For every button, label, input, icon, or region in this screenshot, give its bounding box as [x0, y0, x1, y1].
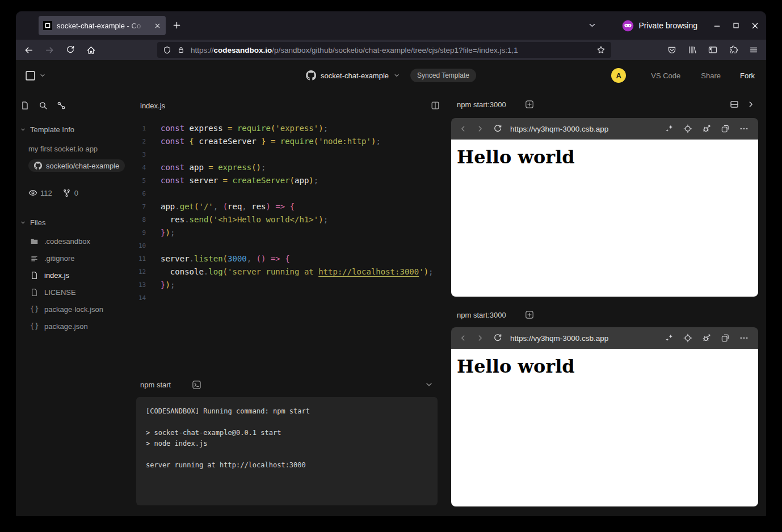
- back-button[interactable]: [24, 45, 33, 55]
- split-editor-icon[interactable]: [431, 101, 440, 110]
- line-number: 7: [138, 200, 146, 213]
- preview-forward-icon[interactable]: [476, 125, 484, 133]
- add-preview-icon[interactable]: [525, 310, 534, 319]
- code-lines: const express = require('express');const…: [161, 122, 434, 305]
- code-line: res.send('<h1>Hello world</h1>');: [161, 213, 434, 226]
- editor-file-tab[interactable]: index.js: [140, 102, 165, 110]
- terminal-line: [CODESANDBOX] Running command: npm start: [146, 406, 432, 417]
- library-icon[interactable]: [688, 45, 697, 54]
- file-icon: [30, 288, 39, 297]
- line-number: 14: [138, 292, 146, 305]
- preview-page[interactable]: Hello world: [451, 140, 758, 297]
- open-in-new-window-icon[interactable]: [721, 124, 730, 133]
- navigation-toolbar: https://codesandbox.io/p/sandbox/github/…: [16, 40, 766, 60]
- share-button[interactable]: Share: [701, 71, 721, 80]
- file-list: .codesandbox.gitignoreindex.jsLICENSE{}p…: [16, 233, 136, 335]
- new-tab-button[interactable]: [173, 21, 181, 29]
- inspect-target-icon[interactable]: [683, 333, 692, 343]
- file-row[interactable]: index.js: [16, 267, 136, 284]
- search-icon[interactable]: [39, 101, 48, 110]
- url-text: https://codesandbox.io/p/sandbox/github/…: [191, 46, 591, 54]
- file-row[interactable]: LICENSE: [16, 284, 136, 301]
- debug-bug-icon[interactable]: [702, 333, 711, 343]
- preview-url[interactable]: https://vy3hqm-3000.csb.app: [510, 334, 608, 343]
- preview-back-icon[interactable]: [459, 125, 467, 133]
- sparkles-icon[interactable]: [665, 333, 674, 343]
- preview-forward-icon[interactable]: [476, 334, 484, 342]
- forks-icon: [62, 189, 71, 197]
- tab-close-icon[interactable]: [154, 22, 161, 29]
- braces-icon: {}: [30, 305, 39, 314]
- file-explorer-icon[interactable]: [20, 101, 30, 110]
- add-preview-icon[interactable]: [525, 100, 534, 109]
- browser-tab[interactable]: socket-chat-example - Co: [39, 16, 166, 35]
- home-button[interactable]: [86, 45, 96, 55]
- line-number: 10: [138, 239, 146, 252]
- sparkles-icon[interactable]: [665, 124, 674, 133]
- list-all-tabs-icon[interactable]: [588, 21, 596, 29]
- more-options-icon[interactable]: [739, 333, 749, 343]
- open-in-new-window-icon[interactable]: [721, 333, 730, 343]
- fork-button[interactable]: Fork: [740, 71, 755, 80]
- preview-heading: Hello world: [457, 356, 758, 377]
- file-row[interactable]: .codesandbox: [16, 233, 136, 250]
- vscode-button[interactable]: VS Code: [651, 71, 680, 80]
- url-domain: codesandbox.io: [214, 46, 272, 54]
- preview-tab-label[interactable]: npm start:3000: [457, 311, 506, 319]
- shield-icon[interactable]: [163, 46, 171, 54]
- maximize-button[interactable]: [732, 22, 740, 29]
- files-section[interactable]: Files: [16, 218, 136, 227]
- forward-button[interactable]: [45, 45, 54, 55]
- code-line: [161, 239, 434, 252]
- inspect-target-icon[interactable]: [683, 124, 692, 133]
- preview-back-icon[interactable]: [459, 334, 467, 342]
- lock-icon[interactable]: [177, 46, 185, 54]
- minimize-button[interactable]: [713, 22, 721, 30]
- preview-refresh-icon[interactable]: [493, 333, 502, 343]
- github-repo-pill[interactable]: socketio/chat-example: [28, 159, 125, 172]
- extensions-puzzle-icon[interactable]: [729, 45, 738, 54]
- preview-page[interactable]: Hello world: [451, 349, 758, 506]
- close-button[interactable]: [751, 22, 759, 30]
- user-avatar[interactable]: A: [611, 68, 626, 83]
- sidebar-toggle-icon[interactable]: [708, 45, 717, 54]
- line-number: 2: [138, 135, 146, 148]
- reload-button[interactable]: [66, 45, 75, 54]
- debug-bug-icon[interactable]: [702, 124, 711, 133]
- private-browsing-label: Private browsing: [639, 21, 698, 30]
- template-info-section[interactable]: Template Info: [16, 125, 136, 134]
- preview-tab-row-2: npm start:3000: [451, 301, 758, 328]
- workspace-menu[interactable]: [25, 60, 46, 91]
- split-preview-icon[interactable]: [730, 100, 739, 109]
- pocket-icon[interactable]: [667, 45, 676, 54]
- line-number: 9: [138, 226, 146, 239]
- file-row[interactable]: {}package.json: [16, 318, 136, 335]
- terminal-icon[interactable]: [192, 380, 201, 390]
- menu-hamburger-icon[interactable]: [749, 45, 758, 54]
- tab-bar: socket-chat-example - Co Private browsin…: [16, 11, 766, 40]
- devtools-icon[interactable]: [57, 101, 66, 110]
- code-line: const express = require('express');: [161, 122, 434, 135]
- line-number: 4: [138, 161, 146, 174]
- line-number: 12: [138, 265, 146, 278]
- views-count: 112: [40, 189, 52, 197]
- terminal-tab-label[interactable]: npm start: [140, 381, 171, 389]
- url-bar[interactable]: https://codesandbox.io/p/sandbox/github/…: [157, 42, 611, 58]
- code-line: const { createServer } = require('node:h…: [161, 135, 434, 148]
- preview-tab-row-1: npm start:3000: [451, 91, 758, 118]
- bookmark-star-icon[interactable]: [596, 45, 606, 54]
- file-row[interactable]: {}package-lock.json: [16, 301, 136, 318]
- preview-refresh-icon[interactable]: [493, 124, 502, 133]
- chevron-down-icon[interactable]: [393, 72, 400, 79]
- more-options-icon[interactable]: [739, 124, 749, 133]
- code-line: console.log('server running at http://lo…: [161, 265, 434, 278]
- preview-url[interactable]: https://vy3hqm-3000.csb.app: [510, 125, 608, 133]
- chevron-right-icon[interactable]: [747, 100, 755, 108]
- line-number: 11: [138, 252, 146, 265]
- synced-template-badge[interactable]: Synced Template: [410, 69, 476, 82]
- file-row[interactable]: .gitignore: [16, 250, 136, 267]
- collapse-terminal-chevron-icon[interactable]: [425, 381, 433, 389]
- repo-name[interactable]: socket-chat-example: [321, 71, 389, 80]
- preview-tab-label[interactable]: npm start:3000: [457, 100, 506, 109]
- terminal-output[interactable]: [CODESANDBOX] Running command: npm start…: [136, 397, 438, 505]
